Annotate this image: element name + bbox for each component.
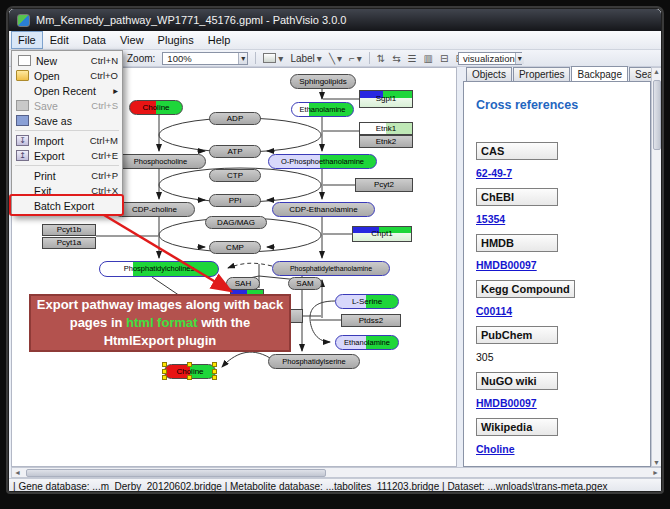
node-pcyt1a[interactable]: Pcyt1a (42, 237, 96, 249)
menu-item-batch-export[interactable]: Batch Export (12, 198, 122, 213)
menu-item-print[interactable]: PrintCtrl+P (12, 168, 122, 183)
xref-value-cas[interactable]: 62-49-7 (476, 167, 512, 179)
node-cdp-ethanolamine[interactable]: CDP-Ethanolamine (272, 202, 375, 217)
zoom-combobox[interactable]: 100% ▾ (162, 52, 248, 65)
chevron-down-icon[interactable]: ▾ (357, 53, 362, 64)
menu-item-export[interactable]: ↥ExportCtrl+E (12, 148, 122, 163)
selection-handle[interactable] (162, 375, 167, 380)
menu-edit[interactable]: Edit (43, 31, 76, 49)
node-sgpl1[interactable]: Sgpl1 (359, 90, 413, 108)
menu-data[interactable]: Data (76, 31, 113, 49)
title-bar[interactable]: Mm_Kennedy_pathway_WP1771_45176.gpml - P… (9, 9, 661, 31)
menu-item-new[interactable]: NewCtrl+N (12, 53, 122, 68)
node-atp[interactable]: ATP (209, 145, 261, 158)
tab-backpage[interactable]: Backpage (571, 66, 627, 81)
selection-handle[interactable] (212, 369, 217, 374)
xref-value-kegg-compound[interactable]: C00114 (476, 305, 512, 317)
cross-references-heading: Cross references (476, 98, 638, 112)
annotation-line2-pre: pages in (70, 315, 126, 330)
visualization-combobox[interactable]: visualization ▾ (458, 52, 522, 65)
xref-section-cas: CAS62-49-7 (476, 142, 638, 179)
node-adp[interactable]: ADP (209, 112, 261, 125)
menu-help[interactable]: Help (201, 31, 238, 49)
chevron-down-icon[interactable]: ▾ (238, 53, 247, 64)
align-middle-icon[interactable]: ⇆ (392, 53, 400, 64)
chevron-down-icon[interactable]: ▾ (278, 53, 283, 64)
xref-value-wikipedia[interactable]: Choline (476, 443, 515, 455)
xref-value-hmdb[interactable]: HMDB00097 (476, 259, 537, 271)
tab-objects[interactable]: Objects (466, 67, 512, 81)
horizontal-scrollbar[interactable]: ◄ ► (11, 467, 662, 478)
selection-handle[interactable] (162, 362, 167, 367)
node-etnk1[interactable]: Etnk1 (359, 122, 413, 135)
line-icon: ╲ (329, 53, 335, 64)
stack-vertical-icon[interactable]: ⊟ (440, 53, 448, 64)
label-tool-button[interactable]: Label ▾ (290, 53, 322, 64)
node-pcyt1b[interactable]: Pcyt1b (42, 224, 96, 236)
connector-tool-button[interactable]: ⌐ ▾ (349, 53, 362, 64)
node-label: DAG/MAG (217, 219, 255, 227)
scroll-up-icon[interactable]: ▲ (653, 68, 660, 75)
scroll-right-icon[interactable]: ► (652, 469, 659, 476)
node-cmp[interactable]: CMP (209, 241, 261, 254)
selection-handle[interactable] (212, 362, 217, 367)
xref-value-chebi[interactable]: 15354 (476, 213, 505, 225)
xref-section-wikipedia: WikipediaCholine (476, 418, 638, 455)
menu-item-exit[interactable]: ExitCtrl+X (12, 183, 122, 198)
scroll-down-icon[interactable]: ▼ (653, 459, 660, 466)
selection-handle[interactable] (187, 375, 192, 380)
menu-item-import[interactable]: ↧ImportCtrl+M (12, 133, 122, 148)
node-phosphatidylserine[interactable]: Phosphatidylserine (268, 354, 360, 369)
node-o-phosphoethanolamine[interactable]: O-Phosphoethanolamine (268, 154, 377, 169)
selection-handle[interactable] (212, 375, 217, 380)
chevron-down-icon[interactable]: ▾ (337, 53, 342, 64)
menu-plugins[interactable]: Plugins (151, 31, 201, 49)
node-phosphatidylcholines[interactable]: Phosphatidylcholines (99, 261, 219, 277)
menu-file[interactable]: File (11, 31, 43, 49)
node-cdp-choline[interactable]: CDP-choline (114, 202, 195, 217)
node-sam[interactable]: SAM (288, 277, 322, 290)
xref-value-nugo-wiki[interactable]: HMDB00097 (476, 397, 537, 409)
node-ethanolamine[interactable]: Ethanolamine (291, 102, 354, 117)
vertical-scrollbar-thumb[interactable] (653, 80, 661, 150)
scroll-left-icon[interactable]: ◄ (14, 469, 21, 476)
node-pcyt2[interactable]: Pcyt2 (355, 178, 413, 192)
visualization-value: visualization (463, 53, 515, 64)
menu-separator (15, 130, 119, 131)
xref-section-hmdb: HMDBHMDB00097 (476, 234, 638, 271)
tab-properties[interactable]: Properties (513, 67, 571, 81)
node-sphingolipids[interactable]: Sphingolipids (290, 74, 356, 89)
selection-handle[interactable] (187, 362, 192, 367)
node-etnk2[interactable]: Etnk2 (359, 135, 413, 148)
node-phosphatidylethanolamine[interactable]: Phosphatidylethanolamine (272, 261, 390, 276)
node-ptdss2[interactable]: Ptdss2 (341, 314, 401, 327)
node-dag-mag[interactable]: DAG/MAG (205, 216, 267, 229)
menu-view[interactable]: View (113, 31, 151, 49)
chevron-down-icon[interactable]: ▾ (317, 53, 322, 64)
xref-source-box: Kegg Compound (476, 280, 575, 298)
node-phosphocholine[interactable]: Phosphocholine (115, 154, 206, 169)
node-chpt1[interactable]: Chpt1 (352, 226, 412, 242)
common-width-icon[interactable]: ▥ (424, 53, 433, 64)
import-icon: ↧ (16, 135, 29, 146)
node-choline[interactable]: Choline (129, 100, 183, 115)
vertical-scrollbar[interactable]: ▲ ▼ (651, 67, 662, 467)
menu-item-save-as[interactable]: Save as (12, 113, 122, 128)
node-ppi[interactable]: PPi (209, 194, 261, 207)
menu-item-open[interactable]: OpenCtrl+O (12, 68, 122, 83)
node-ethanolamine[interactable]: Ethanolamine (335, 335, 399, 350)
align-center-icon[interactable]: ⇅ (377, 53, 385, 64)
connector-icon: ⌐ (349, 53, 355, 64)
node-choline[interactable]: Choline (164, 364, 216, 379)
xref-section-kegg-compound: Kegg CompoundC00114 (476, 280, 638, 317)
line-tool-button[interactable]: ╲ ▾ (329, 53, 342, 64)
menu-item-open-recent[interactable]: Open Recent▸ (12, 83, 122, 98)
selection-handle[interactable] (162, 369, 167, 374)
chevron-down-icon[interactable]: ▾ (515, 53, 524, 64)
common-height-icon[interactable]: ☰ (408, 53, 417, 64)
node-l-serine[interactable]: L-Serine (335, 294, 399, 309)
datanode-tool-button[interactable]: ▾ (263, 53, 283, 64)
menu-item-label: Open Recent (34, 85, 113, 97)
node-ctp[interactable]: CTP (209, 169, 261, 182)
horizontal-scrollbar-thumb[interactable] (26, 469, 326, 477)
